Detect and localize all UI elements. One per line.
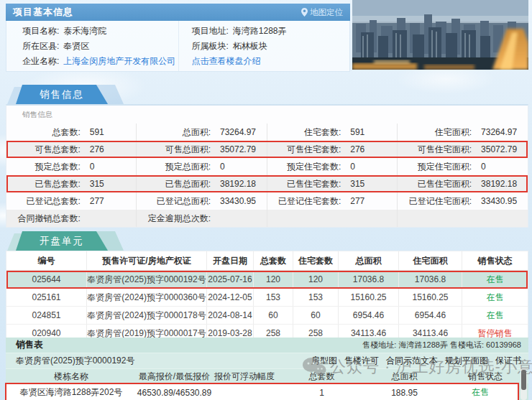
planning-plan-link[interactable]: 规划平面图	[445, 355, 488, 367]
status-badge: 在售	[442, 386, 518, 399]
tab-sales-info-label: 销售信息	[40, 88, 84, 101]
sales-permit-link[interactable]: 售楼许可	[344, 355, 379, 367]
page: 项目基本信息 地图定位 项目名称:泰禾海湾院 所在区县:奉贤区 企业名称:上海金…	[0, 0, 532, 400]
address-label: 项目地址:	[192, 26, 229, 36]
district-label: 所在区县:	[22, 41, 59, 51]
sales-info-section: 销售信息 销售信息 总套数:591 总面积:73264.97 住宅套数:591 …	[6, 85, 528, 228]
plate-row: 所属板块:柘林板块	[192, 39, 350, 54]
project-info-left-column: 项目名称:泰禾海湾院 所在区县:奉贤区 企业名称:上海金闵房地产开发有限公司	[6, 21, 178, 71]
guarantee-link[interactable]: 保证书	[495, 355, 521, 367]
project-info-header-bar: 项目基本信息 地图定位	[6, 4, 350, 21]
project-name-row: 项目名称:泰禾海湾院	[22, 24, 178, 39]
district-value: 奉贤区	[63, 41, 89, 51]
sales-info-row-available: 可售总套数:276 可售总面积:35072.79 可售住宅套数:276 可售住宅…	[6, 141, 528, 158]
map-locate-label: 地图定位	[310, 7, 343, 18]
opening-units-row-024851[interactable]: 024851 奉贤房管(2024)预字0000178号 2024-08-14 6…	[6, 307, 528, 325]
opening-units-row-025644[interactable]: 025644 奉贤房管(2025)预字0000192号 2025-07-16 1…	[6, 271, 528, 289]
sales-table-links: 房型图 售楼许可 合同示范文本 规划平面图 保证书	[311, 355, 521, 367]
company-label: 企业名称:	[22, 56, 59, 66]
project-name-value: 泰禾海湾院	[63, 26, 106, 36]
sales-info-row-reserved: 预定总套数:0 预定总面积:0 预定住宅套数:0 预定住宅面积:0	[6, 158, 528, 175]
floor-plan-link[interactable]: 房型图	[311, 355, 337, 367]
status-badge: 在售	[462, 307, 528, 324]
plate-label: 所属板块:	[192, 41, 229, 51]
sales-info-row-sold: 已售总套数:315 已售总面积:38192.18 已售住宅套数:315 已售住宅…	[6, 175, 528, 192]
price-range: 46530.89/46530.89	[137, 388, 212, 398]
sales-table-title: 销售表	[16, 339, 43, 351]
company-link[interactable]: 上海金闵房地产开发有限公司	[63, 56, 175, 66]
presale-license: 奉贤房管(2025)预字0000192号	[16, 355, 134, 367]
sales-info-sublabel: 销售信息	[6, 106, 528, 124]
project-photo	[352, 0, 528, 70]
tab-sales-info[interactable]: 销售信息	[16, 85, 108, 104]
district-row: 所在区县:奉贤区	[22, 39, 178, 54]
tab-opening-units-label: 开盘单元	[40, 235, 84, 248]
sales-info-panel: 销售信息 总套数:591 总面积:73264.97 住宅套数:591 住宅面积:…	[6, 104, 528, 228]
sales-info-row-registered: 已登记总套数:277 已登记总面积:33430.95 已登记住宅套数:277 已…	[6, 192, 528, 210]
scrollbar-track[interactable]	[520, 368, 527, 400]
sales-table-license-bar: 奉贤房管(2025)预字0000192号 房型图 售楼许可 合同示范文本 规划平…	[6, 353, 528, 369]
sales-table-section: 销售表 售楼地址: 海湾路1288弄 售楼电话: 60139968 奉贤房管(2…	[6, 338, 528, 400]
view-building-intro-link[interactable]: 点击查看楼盘介绍	[192, 56, 261, 66]
map-pin-icon	[301, 8, 308, 17]
sales-table-titlebar: 销售表 售楼地址: 海湾路1288弄 售楼电话: 60139968	[6, 338, 528, 353]
tab-opening-units[interactable]: 开盘单元	[16, 231, 108, 251]
sales-table-header-row: 楼栋名称 最高报价/最低报价 报价可浮动幅度 总套数 总面积 销售状态	[6, 369, 528, 383]
plate-value: 柘林板块	[233, 41, 267, 51]
total-area: 188.95	[367, 388, 442, 398]
sales-office-contact: 售楼地址: 海湾路1288弄 售楼电话: 60139968	[362, 340, 521, 350]
sales-table-building-row[interactable]: 奉贤区海湾路1288弄202号 46530.89/46530.89 1 188.…	[6, 383, 518, 400]
address-value: 海湾路1288弄	[233, 26, 287, 36]
project-info-panel: 项目名称:泰禾海湾院 所在区县:奉贤区 企业名称:上海金闵房地产开发有限公司 项…	[6, 21, 350, 72]
project-name-label: 项目名称:	[22, 26, 59, 36]
opening-units-table: 编号 预售许可证/房地产权证 开盘日期 总套数 住宅套数 总面积 住宅面积 销售…	[6, 251, 528, 343]
sales-info-row-total: 总套数:591 总面积:73264.97 住宅套数:591 住宅面积:73264…	[6, 124, 528, 141]
opening-units-row-025161[interactable]: 025161 奉贤房管(2024)预字0000360号 2024-12-05 1…	[6, 289, 528, 307]
map-locate-link[interactable]: 地图定位	[301, 7, 343, 18]
status-badge: 在售	[462, 271, 528, 288]
total-units: 1	[277, 388, 367, 398]
sales-info-row-cancelled: 合同撤销总套数: 定金逾期总次数:	[6, 210, 528, 227]
status-badge: 在售	[462, 289, 528, 306]
contract-sample-link[interactable]: 合同示范文本	[386, 355, 438, 367]
building-name: 奉贤区海湾路1288弄202号	[6, 386, 137, 399]
opening-units-header-row: 编号 预售许可证/房地产权证 开盘日期 总套数 住宅套数 总面积 住宅面积 销售…	[6, 251, 528, 271]
project-info-right-column: 项目地址:海湾路1288弄 所属板块:柘林板块 点击查看楼盘介绍	[178, 21, 350, 71]
page-title: 项目基本信息	[13, 6, 73, 19]
address-row: 项目地址:海湾路1288弄	[192, 24, 350, 39]
opening-units-section: 开盘单元 编号 预售许可证/房地产权证 开盘日期 总套数 住宅套数 总面积 住宅…	[6, 231, 528, 343]
intro-row: 点击查看楼盘介绍	[192, 54, 350, 69]
city-night-photo	[352, 0, 528, 70]
scrollbar-thumb[interactable]	[521, 370, 526, 390]
company-row: 企业名称:上海金闵房地产开发有限公司	[22, 54, 178, 69]
